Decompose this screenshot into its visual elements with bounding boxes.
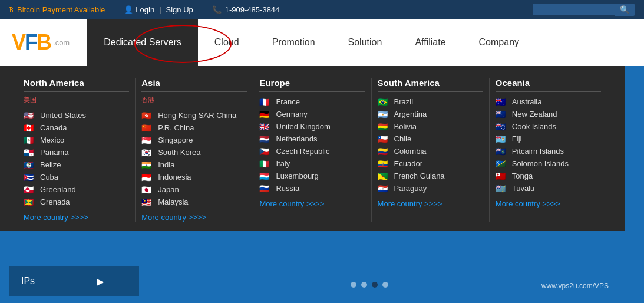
country-item[interactable]: 🇬🇫French Guiana xyxy=(378,170,483,182)
country-item[interactable]: 🇨🇰Cook Islands xyxy=(496,120,601,133)
country-name: Singapore xyxy=(158,136,193,144)
country-item[interactable]: 🇬🇱Greenland xyxy=(24,183,129,196)
flag-icon: 🇨🇱 xyxy=(378,135,389,143)
more-country-link[interactable]: More country >>>> xyxy=(378,199,483,208)
country-name: Malaysia xyxy=(158,197,188,206)
region-subtitle: 美国 xyxy=(24,95,129,104)
country-item[interactable]: 🇬🇧United Kingdom xyxy=(259,120,365,133)
country-item[interactable]: 🇳🇿New Zealand xyxy=(496,108,601,120)
bottom-area: IPs ▶ www.vps2u.com/VPS xyxy=(0,231,644,296)
country-item[interactable]: 🇨🇿Czech Republic xyxy=(259,145,365,157)
region-col-north-america: North America美国🇺🇸United States🇨🇦Canada🇲🇽… xyxy=(18,78,136,222)
country-list: 🇦🇺Australia🇳🇿New Zealand🇨🇰Cook Islands🇫🇯… xyxy=(496,95,601,195)
country-name: Canada xyxy=(40,123,67,132)
more-country-link[interactable]: More country >>>> xyxy=(496,199,601,208)
country-item[interactable]: 🇰🇷South Korea xyxy=(141,146,247,159)
country-item[interactable]: 🇬🇩Grenada xyxy=(24,196,129,208)
phone-icon: 📞 xyxy=(212,5,222,14)
flag-icon: 🇫🇯 xyxy=(496,135,507,143)
country-name: Hong Kong SAR China xyxy=(158,111,236,120)
more-country-link[interactable]: More country >>>> xyxy=(259,199,365,208)
country-name: P.R. China xyxy=(158,123,194,132)
region-title: Oceania xyxy=(496,78,601,92)
search-button[interactable]: 🔍 xyxy=(615,4,635,16)
flag-icon: 🇰🇷 xyxy=(141,149,153,157)
country-item[interactable]: 🇦🇺Australia xyxy=(496,95,601,108)
flag-icon: 🇬🇱 xyxy=(24,186,35,194)
country-name: Paraguay xyxy=(394,184,427,193)
country-item[interactable]: 🇨🇴Colombia xyxy=(378,145,483,157)
country-item[interactable]: 🇸🇧Solomon Islands xyxy=(496,157,601,170)
country-item[interactable]: 🇵🇳Pitcairn Islands xyxy=(496,145,601,157)
pagination-dot[interactable] xyxy=(361,282,367,288)
country-item[interactable]: 🇮🇳India xyxy=(141,159,247,171)
nav-item-solution[interactable]: Solution xyxy=(332,19,399,66)
signup-link[interactable]: Sign Up xyxy=(166,5,193,14)
flag-icon: 🇮🇩 xyxy=(141,173,153,182)
nav-item-company[interactable]: Company xyxy=(463,19,536,66)
flag-icon: 🇪🇨 xyxy=(378,160,389,168)
country-item[interactable]: 🇦🇷Argentina xyxy=(378,108,483,120)
country-item[interactable]: 🇨🇦Canada xyxy=(24,121,129,134)
flag-icon: 🇦🇺 xyxy=(496,98,507,106)
logo[interactable]: VFB .com xyxy=(12,30,70,55)
country-item[interactable]: 🇨🇱Chile xyxy=(378,133,483,145)
more-country-link[interactable]: More country >>>> xyxy=(24,213,129,222)
pagination-dot[interactable] xyxy=(382,282,388,288)
country-item[interactable]: 🇵🇾Paraguay xyxy=(378,182,483,195)
nav-item-promotion[interactable]: Promotion xyxy=(256,19,332,66)
country-name: Solomon Islands xyxy=(512,159,569,168)
login-link[interactable]: Login xyxy=(136,5,154,14)
country-name: Bolivia xyxy=(394,122,417,131)
ips-button[interactable]: IPs ▶ xyxy=(9,266,139,296)
ips-arrow-icon: ▶ xyxy=(97,276,104,287)
flag-icon: 🇭🇰 xyxy=(141,111,153,120)
flag-icon: 🇩🇪 xyxy=(259,110,271,118)
nav-items: Dedicated Servers Cloud Promotion Soluti… xyxy=(87,19,632,66)
country-item[interactable]: 🇯🇵Japan xyxy=(141,183,247,196)
country-item[interactable]: 🇱🇺Luxembourg xyxy=(259,170,365,182)
flag-icon: 🇳🇿 xyxy=(496,110,507,118)
country-item[interactable]: 🇺🇸United States xyxy=(24,109,129,121)
flag-icon: 🇳🇱 xyxy=(259,135,271,143)
country-name: Italy xyxy=(276,159,290,168)
country-item[interactable]: 🇹🇻Tuvalu xyxy=(496,182,601,195)
country-item[interactable]: 🇧🇴Bolivia xyxy=(378,120,483,133)
country-item[interactable]: 🇵🇦Panama xyxy=(24,146,129,159)
country-item[interactable]: 🇮🇩Indonesia xyxy=(141,171,247,183)
flag-icon: 🇧🇷 xyxy=(378,98,389,106)
country-item[interactable]: 🇪🇨Ecuador xyxy=(378,157,483,170)
country-item[interactable]: 🇷🇺Russia xyxy=(259,182,365,195)
nav-item-affiliate[interactable]: Affiliate xyxy=(398,19,462,66)
flag-icon: 🇧🇿 xyxy=(24,161,35,169)
pagination-dot[interactable] xyxy=(372,282,378,288)
flag-icon: 🇬🇫 xyxy=(378,172,389,180)
nav-item-dedicated[interactable]: Dedicated Servers xyxy=(87,19,198,66)
country-item[interactable]: 🇨🇳P.R. China xyxy=(141,121,247,134)
country-item[interactable]: 🇮🇹Italy xyxy=(259,157,365,170)
flag-icon: 🇺🇸 xyxy=(24,111,35,120)
flag-icon: 🇹🇻 xyxy=(496,185,507,193)
country-item[interactable]: 🇲🇾Malaysia xyxy=(141,196,247,208)
country-item[interactable]: 🇹🇴Tonga xyxy=(496,170,601,182)
search-input[interactable] xyxy=(533,4,615,15)
nav-item-cloud[interactable]: Cloud xyxy=(198,19,256,66)
region-title: South America xyxy=(378,78,483,92)
country-item[interactable]: 🇭🇰Hong Kong SAR China xyxy=(141,109,247,121)
country-item[interactable]: 🇫🇷France xyxy=(259,95,365,108)
country-item[interactable]: 🇩🇪Germany xyxy=(259,108,365,120)
country-name: Cuba xyxy=(40,173,58,182)
country-name: Japan xyxy=(158,185,179,194)
country-item[interactable]: 🇧🇷Brazil xyxy=(378,95,483,108)
country-item[interactable]: 🇨🇺Cuba xyxy=(24,171,129,183)
country-item[interactable]: 🇫🇯Fiji xyxy=(496,133,601,145)
pagination-dot[interactable] xyxy=(351,282,356,288)
more-country-link[interactable]: More country >>>> xyxy=(141,213,247,222)
country-list: 🇧🇷Brazil🇦🇷Argentina🇧🇴Bolivia🇨🇱Chile🇨🇴Col… xyxy=(378,95,483,195)
country-name: Fiji xyxy=(512,134,522,143)
country-item[interactable]: 🇸🇬Singapore xyxy=(141,134,247,146)
country-item[interactable]: 🇳🇱Netherlands xyxy=(259,133,365,145)
country-item[interactable]: 🇲🇽Mexico xyxy=(24,134,129,146)
flag-icon: 🇲🇾 xyxy=(141,198,153,206)
country-item[interactable]: 🇧🇿Belize xyxy=(24,159,129,171)
